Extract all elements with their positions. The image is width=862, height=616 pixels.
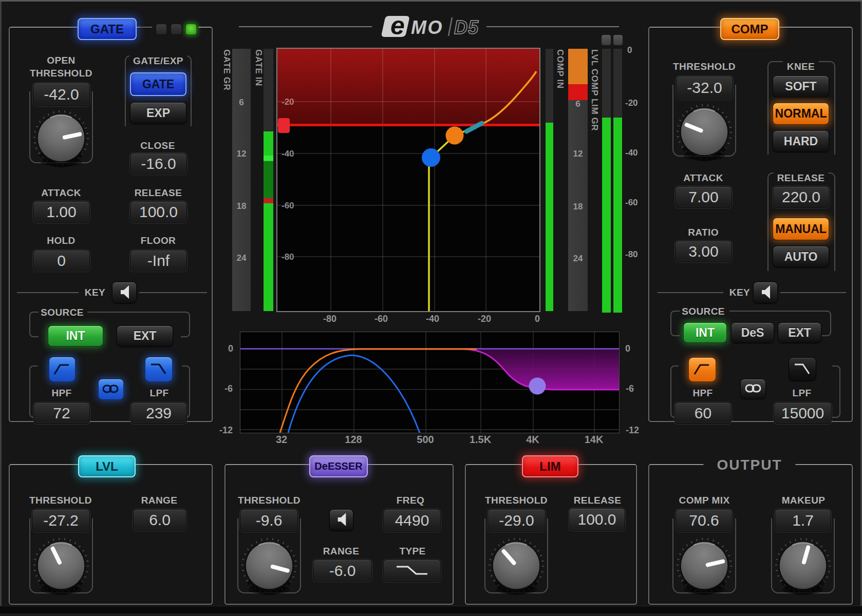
svg-text:-40: -40 [282, 149, 294, 159]
svg-text:D5: D5 [454, 17, 479, 38]
svg-text:-60: -60 [282, 201, 294, 210]
svg-text:e: e [390, 15, 405, 38]
svg-text:MO: MO [411, 17, 443, 38]
svg-text:-80: -80 [282, 252, 294, 262]
svg-text:-20: -20 [282, 97, 294, 107]
